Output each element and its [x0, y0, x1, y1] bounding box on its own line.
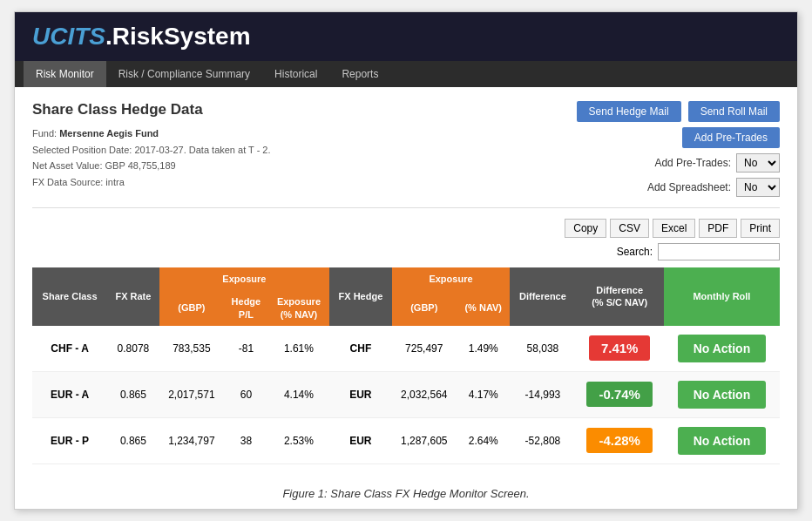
nav-item-historical[interactable]: Historical	[262, 61, 329, 87]
table-row: CHF - A 0.8078 783,535 -81 1.61% CHF 725…	[32, 326, 780, 372]
add-spreadsheet-row: Add Spreadsheet: No Yes	[647, 178, 780, 197]
cell-exposure-gbp: 2,017,571	[159, 371, 225, 417]
app-title-risk: .RiskSystem	[105, 23, 251, 50]
fund-label: Fund:	[32, 128, 57, 139]
th-hedge-pl: HedgeP/L	[224, 290, 268, 326]
send-roll-mail-button[interactable]: Send Roll Mail	[688, 101, 780, 122]
app-header: UCITS.RiskSystem	[15, 12, 797, 61]
cell-hedge-pl: 60	[224, 371, 268, 417]
search-row: Search:	[32, 243, 780, 260]
cell-fx-hedge: EUR	[329, 371, 391, 417]
diff-badge: -0.74%	[586, 382, 653, 407]
action-badge: No Action	[678, 381, 767, 409]
nav-item-reports[interactable]: Reports	[329, 61, 390, 87]
th-exposure-gbp2: (GBP)	[392, 290, 457, 326]
page-title: Share Class Hedge Data	[32, 101, 271, 118]
nav-item-risk-compliance[interactable]: Risk / Compliance Summary	[106, 61, 262, 87]
nav-bar: Risk Monitor Risk / Compliance Summary H…	[15, 61, 797, 87]
cell-exposure-gbp: 1,234,797	[159, 417, 225, 463]
cell-difference: -52,808	[510, 417, 575, 463]
add-pre-trades-select[interactable]: No Yes	[736, 153, 780, 173]
cell-monthly-roll: No Action	[664, 326, 780, 372]
cell-share-class: EUR - P	[32, 417, 107, 463]
copy-button[interactable]: Copy	[565, 219, 606, 238]
cell-exposure-pct-nav2: 1.49%	[457, 326, 510, 372]
action-badge: No Action	[678, 335, 767, 362]
position-date: Selected Position Date: 2017-03-27. Data…	[32, 142, 271, 159]
table-row: EUR - P 0.865 1,234,797 38 2.53% EUR 1,2…	[32, 417, 780, 463]
th-fx-rate: FX Rate	[107, 267, 159, 326]
csv-button[interactable]: CSV	[610, 219, 649, 238]
cell-hedge-pl: 38	[224, 417, 268, 463]
th-difference: Difference	[510, 267, 575, 326]
th-fx-hedge: FX Hedge	[329, 267, 391, 326]
diff-badge: -4.28%	[586, 428, 653, 453]
cell-diff-pct: 7.41%	[575, 326, 663, 372]
th-exposure-pct-nav2: (% NAV)	[457, 290, 510, 326]
add-pre-trades-button[interactable]: Add Pre-Trades	[682, 127, 780, 148]
divider	[32, 207, 780, 208]
cell-difference: -14,993	[510, 371, 575, 417]
th-exposure-group2: Exposure	[392, 267, 511, 290]
table-row: EUR - A 0.865 2,017,571 60 4.14% EUR 2,0…	[32, 371, 780, 417]
cell-exposure-gbp2: 2,032,564	[392, 371, 457, 417]
add-pre-trades-row: Add Pre-Trades: No Yes	[654, 153, 780, 173]
diff-badge: 7.41%	[589, 335, 651, 361]
nav-value: Net Asset Value: GBP 48,755,189	[32, 158, 271, 174]
figure-caption: Figure 1: Share Class FX Hedge Monitor S…	[15, 478, 797, 509]
fx-source: FX Data Source: intra	[32, 174, 271, 191]
cell-fx-hedge: EUR	[329, 417, 391, 463]
fund-info-block: Share Class Hedge Data Fund: Mersenne Ae…	[32, 101, 271, 191]
add-spreadsheet-label: Add Spreadsheet:	[647, 181, 731, 193]
th-monthly-roll: Monthly Roll	[664, 267, 780, 326]
cell-monthly-roll: No Action	[664, 417, 780, 463]
th-share-class: Share Class	[32, 267, 107, 326]
cell-exposure-pct-nav2: 4.17%	[457, 371, 510, 417]
cell-fx-hedge: CHF	[329, 326, 391, 372]
cell-diff-pct: -4.28%	[575, 417, 663, 463]
cell-exposure-pct-nav: 4.14%	[268, 371, 330, 417]
cell-diff-pct: -0.74%	[575, 371, 663, 417]
add-spreadsheet-select[interactable]: No Yes	[736, 178, 780, 197]
cell-fx-rate: 0.865	[107, 417, 159, 463]
table-toolbar: Copy CSV Excel PDF Print	[32, 219, 780, 238]
cell-exposure-pct-nav: 1.61%	[268, 326, 330, 372]
right-controls: Send Hedge Mail Send Roll Mail Add Pre-T…	[577, 101, 780, 197]
cell-fx-rate: 0.8078	[107, 326, 159, 372]
excel-button[interactable]: Excel	[653, 219, 695, 238]
nav-item-risk-monitor[interactable]: Risk Monitor	[24, 61, 106, 87]
fund-name: Mersenne Aegis Fund	[59, 128, 159, 139]
send-hedge-mail-button[interactable]: Send Hedge Mail	[577, 101, 681, 122]
cell-exposure-pct-nav: 2.53%	[268, 417, 330, 463]
th-exposure-group: Exposure	[159, 267, 330, 290]
cell-monthly-roll: No Action	[664, 371, 780, 417]
mail-buttons: Send Hedge Mail Send Roll Mail	[577, 101, 780, 122]
action-badge: No Action	[678, 427, 767, 455]
main-content: Share Class Hedge Data Fund: Mersenne Ae…	[15, 87, 797, 478]
th-exposure-pct-nav: Exposure(% NAV)	[268, 290, 330, 326]
app-title-ucits: UCITS	[32, 23, 105, 50]
cell-difference: 58,038	[510, 326, 575, 372]
cell-exposure-gbp: 783,535	[159, 326, 225, 372]
th-diff-pct-scnav: Difference(% S/C NAV)	[575, 267, 663, 326]
hedge-data-table: Share Class FX Rate Exposure FX Hedge Ex…	[32, 267, 780, 464]
fund-info: Fund: Mersenne Aegis Fund Selected Posit…	[32, 125, 271, 191]
search-label: Search:	[617, 246, 653, 258]
cell-hedge-pl: -81	[224, 326, 268, 372]
cell-exposure-pct-nav2: 2.64%	[457, 417, 510, 463]
cell-exposure-gbp2: 725,497	[392, 326, 457, 372]
cell-share-class: EUR - A	[32, 371, 107, 417]
cell-exposure-gbp2: 1,287,605	[392, 417, 457, 463]
cell-fx-rate: 0.865	[107, 371, 159, 417]
th-exposure-gbp: (GBP)	[159, 290, 225, 326]
cell-share-class: CHF - A	[32, 326, 107, 372]
print-button[interactable]: Print	[741, 219, 780, 238]
search-input[interactable]	[658, 243, 780, 260]
add-pre-trades-label: Add Pre-Trades:	[654, 157, 731, 169]
pdf-button[interactable]: PDF	[699, 219, 737, 238]
app-title: UCITS.RiskSystem	[32, 23, 251, 50]
